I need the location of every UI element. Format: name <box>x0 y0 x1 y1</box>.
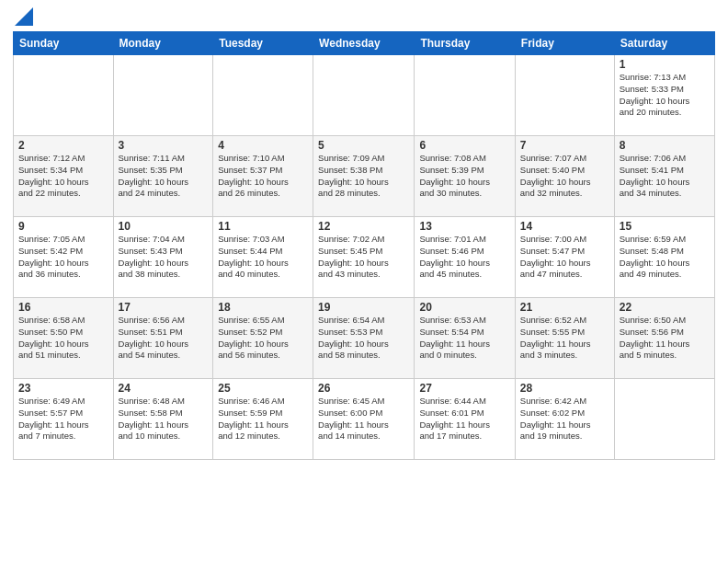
day-number: 5 <box>318 139 409 152</box>
calendar-cell: 24Sunrise: 6:48 AM Sunset: 5:58 PM Dayli… <box>113 379 213 460</box>
day-info: Sunrise: 6:53 AM Sunset: 5:54 PM Dayligh… <box>419 315 509 362</box>
day-info: Sunrise: 7:08 AM Sunset: 5:39 PM Dayligh… <box>419 153 509 200</box>
header <box>13 9 715 26</box>
day-number: 10 <box>119 220 209 233</box>
calendar-cell: 22Sunrise: 6:50 AM Sunset: 5:56 PM Dayli… <box>614 298 714 379</box>
calendar-cell: 14Sunrise: 7:00 AM Sunset: 5:47 PM Dayli… <box>515 217 614 298</box>
day-info: Sunrise: 7:07 AM Sunset: 5:40 PM Dayligh… <box>520 153 609 200</box>
calendar: SundayMondayTuesdayWednesdayThursdayFrid… <box>13 31 715 460</box>
calendar-cell <box>213 55 313 136</box>
day-info: Sunrise: 7:00 AM Sunset: 5:47 PM Dayligh… <box>520 234 609 281</box>
calendar-cell: 26Sunrise: 6:45 AM Sunset: 6:00 PM Dayli… <box>313 379 415 460</box>
calendar-cell: 8Sunrise: 7:06 AM Sunset: 5:41 PM Daylig… <box>614 136 714 217</box>
calendar-cell: 5Sunrise: 7:09 AM Sunset: 5:38 PM Daylig… <box>313 136 415 217</box>
day-number: 18 <box>218 301 308 314</box>
day-info: Sunrise: 6:44 AM Sunset: 6:01 PM Dayligh… <box>419 396 509 442</box>
calendar-cell: 17Sunrise: 6:56 AM Sunset: 5:51 PM Dayli… <box>113 298 213 379</box>
calendar-week-row: 1Sunrise: 7:13 AM Sunset: 5:33 PM Daylig… <box>14 55 715 136</box>
calendar-cell: 27Sunrise: 6:44 AM Sunset: 6:01 PM Dayli… <box>415 379 515 460</box>
calendar-cell: 15Sunrise: 6:59 AM Sunset: 5:48 PM Dayli… <box>614 217 714 298</box>
day-number: 2 <box>18 139 108 152</box>
logo-icon <box>15 7 33 26</box>
day-number: 16 <box>18 301 108 314</box>
day-number: 22 <box>620 301 710 314</box>
calendar-cell <box>415 55 515 136</box>
calendar-cell: 2Sunrise: 7:12 AM Sunset: 5:34 PM Daylig… <box>14 136 114 217</box>
day-info: Sunrise: 6:48 AM Sunset: 5:58 PM Dayligh… <box>119 396 209 442</box>
calendar-cell <box>614 379 714 460</box>
day-number: 9 <box>18 220 108 233</box>
calendar-cell: 23Sunrise: 6:49 AM Sunset: 5:57 PM Dayli… <box>14 379 114 460</box>
day-info: Sunrise: 6:58 AM Sunset: 5:50 PM Dayligh… <box>18 315 108 362</box>
day-info: Sunrise: 7:09 AM Sunset: 5:38 PM Dayligh… <box>318 153 409 200</box>
calendar-cell: 1Sunrise: 7:13 AM Sunset: 5:33 PM Daylig… <box>614 55 714 136</box>
weekday-header-saturday: Saturday <box>614 32 714 55</box>
day-info: Sunrise: 7:01 AM Sunset: 5:46 PM Dayligh… <box>419 234 509 281</box>
calendar-cell: 11Sunrise: 7:03 AM Sunset: 5:44 PM Dayli… <box>213 217 313 298</box>
calendar-week-row: 16Sunrise: 6:58 AM Sunset: 5:50 PM Dayli… <box>14 298 715 379</box>
day-number: 1 <box>620 58 710 71</box>
day-info: Sunrise: 6:46 AM Sunset: 5:59 PM Dayligh… <box>218 396 308 442</box>
day-number: 27 <box>419 382 509 395</box>
day-number: 25 <box>218 382 308 395</box>
weekday-header-sunday: Sunday <box>14 32 114 55</box>
calendar-cell: 6Sunrise: 7:08 AM Sunset: 5:39 PM Daylig… <box>415 136 515 217</box>
calendar-cell: 20Sunrise: 6:53 AM Sunset: 5:54 PM Dayli… <box>415 298 515 379</box>
day-number: 19 <box>318 301 409 314</box>
day-info: Sunrise: 6:52 AM Sunset: 5:55 PM Dayligh… <box>520 315 609 362</box>
calendar-cell: 25Sunrise: 6:46 AM Sunset: 5:59 PM Dayli… <box>213 379 313 460</box>
day-number: 21 <box>520 301 609 314</box>
day-info: Sunrise: 6:56 AM Sunset: 5:51 PM Dayligh… <box>119 315 209 362</box>
svg-marker-0 <box>15 7 33 26</box>
day-number: 11 <box>218 220 308 233</box>
calendar-cell: 12Sunrise: 7:02 AM Sunset: 5:45 PM Dayli… <box>313 217 415 298</box>
calendar-week-row: 23Sunrise: 6:49 AM Sunset: 5:57 PM Dayli… <box>14 379 715 460</box>
calendar-cell: 16Sunrise: 6:58 AM Sunset: 5:50 PM Dayli… <box>14 298 114 379</box>
day-number: 17 <box>119 301 209 314</box>
day-number: 15 <box>620 220 710 233</box>
day-info: Sunrise: 7:12 AM Sunset: 5:34 PM Dayligh… <box>18 153 108 200</box>
day-info: Sunrise: 7:04 AM Sunset: 5:43 PM Dayligh… <box>119 234 209 281</box>
calendar-week-row: 9Sunrise: 7:05 AM Sunset: 5:42 PM Daylig… <box>14 217 715 298</box>
day-info: Sunrise: 6:59 AM Sunset: 5:48 PM Dayligh… <box>620 234 710 281</box>
day-info: Sunrise: 7:02 AM Sunset: 5:45 PM Dayligh… <box>318 234 409 281</box>
day-number: 24 <box>119 382 209 395</box>
calendar-cell: 7Sunrise: 7:07 AM Sunset: 5:40 PM Daylig… <box>515 136 614 217</box>
calendar-cell <box>313 55 415 136</box>
day-info: Sunrise: 6:50 AM Sunset: 5:56 PM Dayligh… <box>620 315 710 362</box>
logo-area <box>13 9 33 26</box>
calendar-cell: 19Sunrise: 6:54 AM Sunset: 5:53 PM Dayli… <box>313 298 415 379</box>
day-number: 26 <box>318 382 409 395</box>
day-info: Sunrise: 6:42 AM Sunset: 6:02 PM Dayligh… <box>520 396 609 442</box>
weekday-header-row: SundayMondayTuesdayWednesdayThursdayFrid… <box>14 32 715 55</box>
calendar-cell: 4Sunrise: 7:10 AM Sunset: 5:37 PM Daylig… <box>213 136 313 217</box>
calendar-cell <box>113 55 213 136</box>
day-info: Sunrise: 6:54 AM Sunset: 5:53 PM Dayligh… <box>318 315 409 362</box>
calendar-cell: 13Sunrise: 7:01 AM Sunset: 5:46 PM Dayli… <box>415 217 515 298</box>
day-number: 13 <box>419 220 509 233</box>
day-number: 7 <box>520 139 609 152</box>
calendar-cell <box>14 55 114 136</box>
weekday-header-thursday: Thursday <box>415 32 515 55</box>
day-number: 20 <box>419 301 509 314</box>
day-info: Sunrise: 6:49 AM Sunset: 5:57 PM Dayligh… <box>18 396 108 442</box>
calendar-cell: 3Sunrise: 7:11 AM Sunset: 5:35 PM Daylig… <box>113 136 213 217</box>
day-info: Sunrise: 7:13 AM Sunset: 5:33 PM Dayligh… <box>620 72 710 119</box>
day-number: 8 <box>620 139 710 152</box>
day-number: 14 <box>520 220 609 233</box>
day-number: 6 <box>419 139 509 152</box>
day-info: Sunrise: 6:45 AM Sunset: 6:00 PM Dayligh… <box>318 396 409 442</box>
day-info: Sunrise: 7:11 AM Sunset: 5:35 PM Dayligh… <box>119 153 209 200</box>
calendar-week-row: 2Sunrise: 7:12 AM Sunset: 5:34 PM Daylig… <box>14 136 715 217</box>
day-number: 3 <box>119 139 209 152</box>
weekday-header-wednesday: Wednesday <box>313 32 415 55</box>
calendar-cell: 9Sunrise: 7:05 AM Sunset: 5:42 PM Daylig… <box>14 217 114 298</box>
day-info: Sunrise: 7:03 AM Sunset: 5:44 PM Dayligh… <box>218 234 308 281</box>
calendar-cell <box>515 55 614 136</box>
calendar-cell: 18Sunrise: 6:55 AM Sunset: 5:52 PM Dayli… <box>213 298 313 379</box>
weekday-header-monday: Monday <box>113 32 213 55</box>
weekday-header-friday: Friday <box>515 32 614 55</box>
calendar-cell: 10Sunrise: 7:04 AM Sunset: 5:43 PM Dayli… <box>113 217 213 298</box>
day-number: 4 <box>218 139 308 152</box>
day-number: 12 <box>318 220 409 233</box>
